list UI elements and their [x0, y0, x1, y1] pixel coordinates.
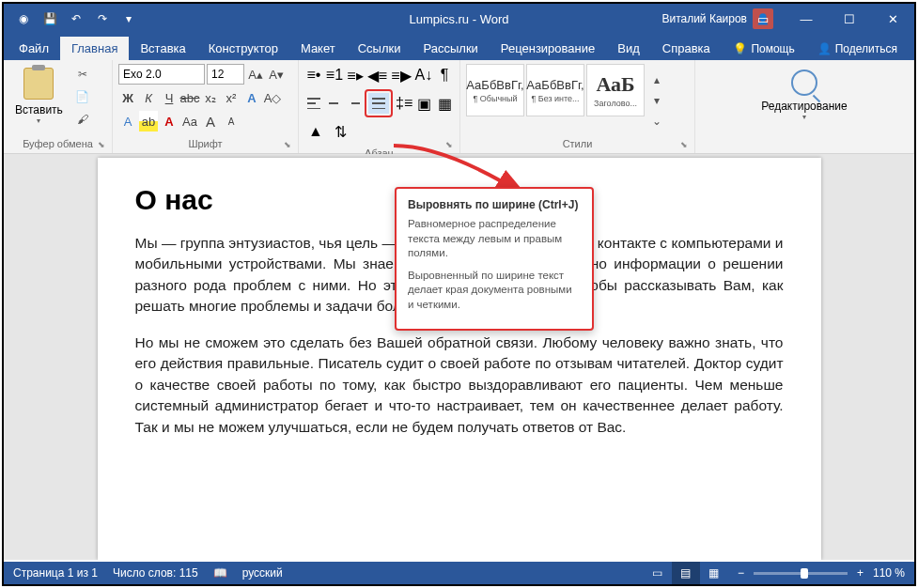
tab-home[interactable]: Главная — [60, 37, 129, 60]
strikethrough-button[interactable]: abc — [180, 87, 199, 108]
text-effects-2-button[interactable]: A — [118, 111, 137, 132]
doc-paragraph-2[interactable]: Но мы не сможем это сделать без Вашей об… — [135, 333, 784, 438]
tab-references[interactable]: Ссылки — [347, 37, 412, 60]
styles-expand[interactable]: ⌄ — [646, 111, 667, 132]
align-center-button[interactable] — [325, 93, 341, 114]
lightbulb-icon: 💡 — [733, 42, 747, 55]
window-title: Lumpics.ru - Word — [410, 12, 509, 26]
font-color-button[interactable]: A — [160, 111, 179, 132]
user-name[interactable]: Виталий Каиров — [661, 12, 747, 25]
share-icon: 👤 — [817, 42, 832, 55]
shading-2-button[interactable]: ▲ — [305, 121, 326, 142]
style-no-spacing[interactable]: АаБбВвГг, ¶ Без инте... — [526, 64, 584, 116]
tooltip-text-1: Равномерное распределение текста между л… — [408, 217, 581, 261]
change-case-button[interactable]: Aa — [180, 111, 199, 132]
styles-launcher[interactable]: ⬊ — [680, 140, 692, 151]
tab-help[interactable]: Справка — [651, 37, 722, 60]
align-left-button[interactable] — [305, 93, 321, 114]
statusbar: Страница 1 из 1 Число слов: 115 📖 русски… — [4, 562, 914, 584]
tab-view[interactable]: Вид — [606, 37, 651, 60]
tab-mailings[interactable]: Рассылки — [412, 37, 489, 60]
styles-scroll-down[interactable]: ▾ — [646, 90, 667, 111]
justify-button[interactable] — [368, 93, 389, 114]
font-size-select[interactable] — [207, 64, 244, 85]
numbering-button[interactable]: ≡1 — [326, 65, 343, 85]
tab-file[interactable]: Файл — [8, 37, 60, 60]
format-painter-button[interactable]: 🖌 — [72, 109, 93, 130]
cut-button[interactable]: ✂ — [72, 64, 93, 85]
ribbon: Вставить ▾ ✂ 📄 🖌 Буфер обмена ⬊ A▴ A▾ Ж … — [4, 60, 914, 154]
ribbon-options-button[interactable]: ▭ — [741, 4, 785, 34]
tooltip-title: Выровнять по ширине (Ctrl+J) — [408, 198, 581, 211]
text-effects-button[interactable]: A — [242, 87, 261, 108]
font-launcher[interactable]: ⬊ — [284, 140, 295, 151]
grow-font-2[interactable]: A — [201, 111, 220, 132]
underline-button[interactable]: Ч — [160, 87, 179, 108]
group-font-label: Шрифт — [118, 136, 292, 151]
tooltip-text-2: Выровненный по ширине текст делает края … — [408, 269, 581, 313]
shrink-font-2[interactable]: A — [222, 111, 241, 132]
zoom-slider[interactable] — [754, 572, 848, 575]
autosave-toggle[interactable]: ◉ — [11, 7, 36, 31]
borders-button[interactable]: ▦ — [437, 93, 453, 114]
editing-dropdown[interactable]: Редактирование ▾ — [701, 64, 908, 127]
share-button[interactable]: 👤Поделиться — [806, 38, 909, 60]
increase-indent-button[interactable]: ≡▶ — [391, 65, 411, 85]
group-clipboard-label: Буфер обмена — [9, 136, 106, 151]
proofing-icon[interactable]: 📖 — [213, 566, 227, 580]
multilevel-button[interactable]: ≡▸ — [347, 65, 364, 85]
language-indicator[interactable]: русский — [242, 566, 283, 580]
clipboard-launcher[interactable]: ⬊ — [98, 140, 109, 151]
justify-highlight — [365, 89, 393, 117]
italic-button[interactable]: К — [139, 87, 158, 108]
tell-me-button[interactable]: 💡Помощь — [722, 38, 805, 60]
style-normal[interactable]: АаБбВвГг, ¶ Обычный — [466, 64, 524, 116]
clear-formatting-button[interactable]: A◇ — [263, 87, 282, 108]
undo-button[interactable]: ↶ — [64, 7, 88, 31]
word-count[interactable]: Число слов: 115 — [113, 566, 198, 580]
read-mode-button[interactable]: ▭ — [644, 562, 672, 584]
tab-review[interactable]: Рецензирование — [490, 37, 606, 60]
minimize-button[interactable]: — — [785, 4, 828, 34]
save-button[interactable]: 💾 — [38, 7, 62, 31]
superscript-button[interactable]: x² — [222, 87, 241, 108]
search-icon — [791, 70, 817, 96]
print-layout-button[interactable]: ▤ — [672, 562, 700, 584]
subscript-button[interactable]: x₂ — [201, 87, 220, 108]
ribbon-tabs: Файл Главная Вставка Конструктор Макет С… — [4, 34, 914, 60]
bullets-button[interactable]: ≡• — [305, 65, 322, 85]
style-heading1[interactable]: АаБ Заголово... — [586, 64, 645, 116]
show-marks-button[interactable]: ¶ — [436, 65, 453, 85]
clipboard-icon — [23, 68, 54, 100]
zoom-in-button[interactable]: + — [857, 566, 864, 580]
zoom-out-button[interactable]: − — [738, 566, 744, 580]
titlebar: ◉ 💾 ↶ ↷ ▾ Lumpics.ru - Word Виталий Каир… — [4, 4, 914, 34]
close-button[interactable]: ✕ — [871, 4, 914, 34]
font-name-select[interactable] — [118, 64, 205, 85]
sort-button[interactable]: A↓ — [415, 65, 433, 85]
styles-scroll-up[interactable]: ▴ — [646, 70, 667, 90]
tab-layout[interactable]: Макет — [289, 37, 347, 60]
maximize-button[interactable]: ☐ — [828, 4, 871, 34]
line-spacing-button[interactable]: ‡≡ — [396, 93, 412, 114]
shrink-font-button[interactable]: A▾ — [267, 64, 286, 85]
tab-insert[interactable]: Вставка — [129, 37, 196, 60]
sort-2-button[interactable]: ⇅ — [330, 121, 350, 142]
page-indicator[interactable]: Страница 1 из 1 — [13, 566, 98, 580]
paste-button[interactable]: Вставить ▾ — [9, 64, 69, 136]
justify-tooltip: Выровнять по ширине (Ctrl+J) Равномерное… — [395, 187, 594, 331]
bold-button[interactable]: Ж — [118, 87, 137, 108]
align-right-button[interactable] — [346, 93, 362, 114]
highlight-button[interactable]: ab — [139, 111, 158, 132]
shading-button[interactable]: ▣ — [416, 93, 432, 114]
copy-button[interactable]: 📄 — [72, 86, 93, 107]
web-layout-button[interactable]: ▦ — [700, 562, 728, 584]
qat-customize[interactable]: ▾ — [117, 7, 141, 31]
redo-button[interactable]: ↷ — [90, 7, 115, 31]
zoom-level[interactable]: 110 % — [873, 566, 905, 580]
tab-design[interactable]: Конструктор — [197, 37, 289, 60]
decrease-indent-button[interactable]: ◀≡ — [367, 65, 387, 85]
grow-font-button[interactable]: A▴ — [246, 64, 265, 85]
